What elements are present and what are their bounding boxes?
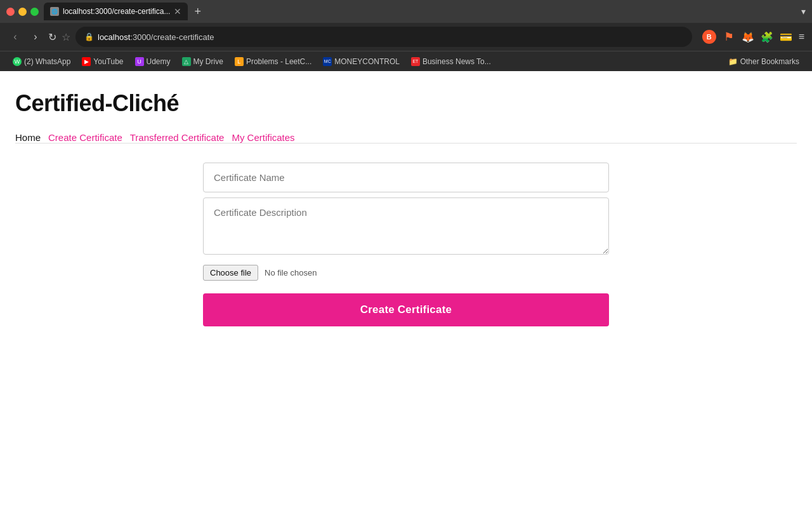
bookmark-et-label: Business News To... [422,57,491,66]
brave-shield-icon: B [702,30,716,44]
forward-button[interactable]: › [28,31,43,43]
address-bar: ‹ › ↻ ☆ 🔒 localhost:3000/create-certific… [0,23,812,51]
close-button[interactable] [6,8,15,16]
url-text: localhost:3000/create-certificate [98,32,683,42]
nav-create-certificate[interactable]: Create Certificate [48,132,130,143]
no-file-label: No file chosen [265,268,317,277]
brave-logo-icon: ⚑ [723,30,735,43]
bookmark-whatsapp[interactable]: W (2) WhatsApp [8,56,75,67]
mydrive-favicon: △ [182,57,191,66]
tab-title: localhost:3000/create-certifica... [63,7,170,16]
tab-close-icon[interactable]: ✕ [174,6,181,17]
bookmarks-bar: W (2) WhatsApp ▶ YouTube U Udemy △ My Dr… [0,51,812,71]
et-favicon: ET [411,57,420,66]
udemy-favicon: U [135,57,144,66]
bookmark-youtube[interactable]: ▶ YouTube [77,56,128,67]
other-bookmarks[interactable]: 📁 Other Bookmarks [723,56,804,67]
create-certificate-button[interactable]: Create Certificate [203,293,609,326]
bookmark-mydrive-label: My Drive [193,57,223,66]
new-tab-button[interactable]: + [190,5,205,18]
url-bar[interactable]: 🔒 localhost:3000/create-certificate [75,27,692,47]
maximize-button[interactable] [30,8,39,16]
url-host: localhost [98,32,130,42]
puzzle-icon: 🧩 [761,31,773,43]
bookmark-whatsapp-label: (2) WhatsApp [24,57,70,66]
bookmark-et[interactable]: ET Business News To... [406,56,496,67]
youtube-favicon: ▶ [82,57,91,66]
whatsapp-favicon: W [13,57,22,66]
nav-divider [15,143,797,144]
menu-icon[interactable]: ≡ [799,31,804,43]
site-title: Certified-Cliché [15,90,797,117]
tab-bar: 🌐 localhost:3000/create-certifica... ✕ +… [44,3,806,20]
nav-my-certificates[interactable]: My Certificates [232,132,302,143]
minimize-button[interactable] [18,8,27,16]
bookmark-moneycontrol-label: MONEYCONTROL [334,57,400,66]
moneycontrol-favicon: MC [323,57,332,66]
wallet-icon: 💳 [780,31,792,43]
reload-button[interactable]: ↻ [48,31,56,43]
nav-home[interactable]: Home [15,132,48,143]
certificate-description-textarea[interactable] [203,197,609,255]
bookmark-leetcode[interactable]: L Problems - LeetC... [230,56,317,67]
browser-chrome: 🌐 localhost:3000/create-certifica... ✕ +… [0,0,812,71]
back-button[interactable]: ‹ [8,31,23,43]
active-tab[interactable]: 🌐 localhost:3000/create-certifica... ✕ [44,3,188,20]
bookmark-leetcode-label: Problems - LeetC... [246,57,311,66]
create-certificate-form: Choose file No file chosen Create Certif… [203,163,609,326]
choose-file-button[interactable]: Choose file [203,265,258,281]
bookmark-udemy[interactable]: U Udemy [130,56,176,67]
browser-icons: B ⚑ 🦊 🧩 💳 ≡ [702,30,804,44]
traffic-lights [6,8,39,16]
page-content: Certified-Cliché Home Create Certificate… [0,71,812,508]
bookmark-youtube-label: YouTube [93,57,123,66]
bookmark-udemy-label: Udemy [147,57,171,66]
title-bar: 🌐 localhost:3000/create-certifica... ✕ +… [0,0,812,23]
tab-favicon: 🌐 [50,7,59,16]
folder-icon: 📁 [728,57,738,66]
nav-transferred-certificate[interactable]: Transferred Certificate [130,132,232,143]
bookmark-mydrive[interactable]: △ My Drive [177,56,228,67]
file-upload-row: Choose file No file chosen [203,265,609,281]
cat-icon: 🦊 [742,31,754,43]
url-path: :3000/create-certificate [130,32,214,42]
bookmark-moneycontrol[interactable]: MC MONEYCONTROL [318,56,405,67]
other-bookmarks-label: Other Bookmarks [740,57,799,66]
tab-menu-icon[interactable]: ▾ [801,6,806,17]
lock-icon: 🔒 [84,32,94,41]
leetcode-favicon: L [235,57,244,66]
bookmark-button[interactable]: ☆ [62,31,70,43]
certificate-name-input[interactable] [203,163,609,192]
site-nav: Home Create Certificate Transferred Cert… [15,132,797,143]
